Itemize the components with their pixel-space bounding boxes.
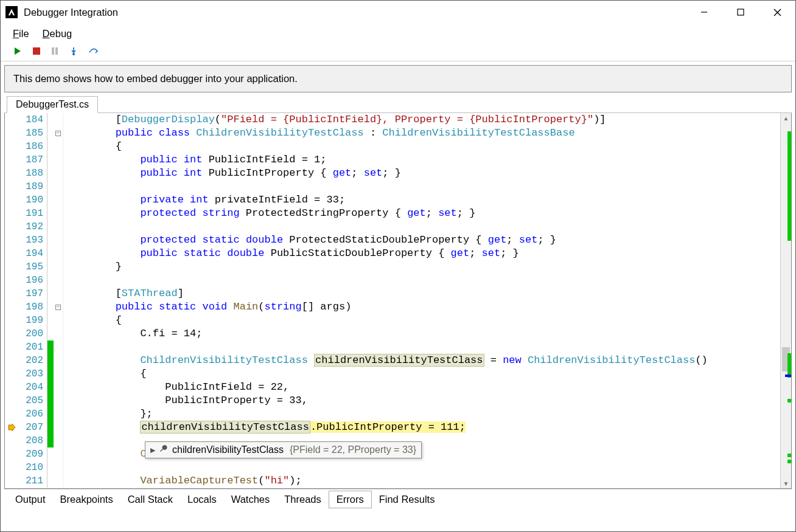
debug-tooltip[interactable]: ▶ childrenVisibilityTestClass {PField = …: [145, 441, 422, 458]
code-content[interactable]: protected static double ProtectedStaticD…: [63, 233, 780, 247]
code-content[interactable]: private int privateIntField = 33;: [63, 193, 780, 207]
fold-gutter[interactable]: [54, 113, 63, 126]
fold-gutter[interactable]: [54, 407, 63, 421]
breakpoint-gutter[interactable]: [5, 180, 18, 193]
code-content[interactable]: public class ChildrenVisibilityTestClass…: [63, 126, 780, 140]
expand-icon[interactable]: ▶: [150, 443, 155, 457]
code-line[interactable]: 193 protected static double ProtectedSta…: [5, 233, 780, 247]
fold-gutter[interactable]: [54, 153, 63, 167]
code-content[interactable]: [DebuggerDisplay("PField = {PublicIntFie…: [63, 113, 780, 126]
code-line[interactable]: 207 childrenVisibilityTestClass.PublicIn…: [5, 421, 780, 434]
minimize-button[interactable]: [686, 1, 722, 24]
breakpoint-gutter[interactable]: [5, 167, 18, 180]
breakpoint-gutter[interactable]: [5, 381, 18, 394]
run-button[interactable]: [13, 46, 23, 58]
breakpoint-gutter[interactable]: [5, 140, 18, 153]
breakpoint-gutter[interactable]: [5, 461, 18, 474]
bottom-tab-output[interactable]: Output: [8, 491, 53, 508]
breakpoint-gutter[interactable]: [5, 354, 18, 367]
code-line[interactable]: 202 ChildrenVisibilityTestClass children…: [5, 354, 780, 367]
fold-gutter[interactable]: [54, 247, 63, 260]
step-over-button[interactable]: [88, 46, 99, 58]
breakpoint-gutter[interactable]: [5, 193, 18, 207]
bottom-tab-threads[interactable]: Threads: [277, 491, 329, 508]
code-line[interactable]: 184 [DebuggerDisplay("PField = {PublicIn…: [5, 113, 780, 126]
breakpoint-gutter[interactable]: [5, 340, 18, 354]
fold-gutter[interactable]: [54, 354, 63, 367]
fold-gutter[interactable]: [54, 447, 63, 461]
fold-gutter[interactable]: [54, 314, 63, 327]
fold-gutter[interactable]: −: [54, 126, 63, 140]
fold-gutter[interactable]: [54, 394, 63, 407]
code-content[interactable]: VariableCaptureTest("hi");: [63, 474, 780, 488]
code-line[interactable]: 198− public static void Main(string[] ar…: [5, 300, 780, 314]
fold-gutter[interactable]: [54, 260, 63, 274]
breakpoint-gutter[interactable]: [5, 126, 18, 140]
code-line[interactable]: 185− public class ChildrenVisibilityTest…: [5, 126, 780, 140]
code-content[interactable]: {: [63, 140, 780, 153]
stop-button[interactable]: [32, 47, 41, 57]
code-content[interactable]: C.fi = 14;: [63, 327, 780, 340]
fold-gutter[interactable]: [54, 140, 63, 153]
fold-gutter[interactable]: [54, 220, 63, 233]
pause-button[interactable]: [51, 47, 59, 57]
breakpoint-gutter[interactable]: [5, 220, 18, 233]
step-into-button[interactable]: [69, 46, 79, 58]
code-content[interactable]: [63, 180, 780, 193]
breakpoint-gutter[interactable]: [5, 113, 18, 126]
code-line[interactable]: 211 VariableCaptureTest("hi");: [5, 474, 780, 488]
fold-gutter[interactable]: [54, 340, 63, 354]
code-content[interactable]: [63, 274, 780, 287]
breakpoint-gutter[interactable]: [5, 327, 18, 340]
fold-gutter[interactable]: [54, 461, 63, 474]
code-line[interactable]: 206 };: [5, 407, 780, 421]
breakpoint-gutter[interactable]: [5, 247, 18, 260]
code-content[interactable]: }: [63, 260, 780, 274]
fold-gutter[interactable]: [54, 193, 63, 207]
code-line[interactable]: 190 private int privateIntField = 33;: [5, 193, 780, 207]
fold-gutter[interactable]: [54, 287, 63, 300]
menu-file[interactable]: File: [13, 28, 29, 40]
scroll-down-icon[interactable]: ▼: [781, 478, 791, 488]
editor-body[interactable]: 184 [DebuggerDisplay("PField = {PublicIn…: [5, 113, 780, 488]
code-content[interactable]: PublicIntField = 22,: [63, 381, 780, 394]
code-line[interactable]: 189: [5, 180, 780, 193]
code-content[interactable]: public int PublicIntProperty { get; set;…: [63, 167, 780, 180]
breakpoint-gutter[interactable]: [5, 260, 18, 274]
code-line[interactable]: 199 {: [5, 314, 780, 327]
code-line[interactable]: 204 PublicIntField = 22,: [5, 381, 780, 394]
breakpoint-gutter[interactable]: [5, 233, 18, 247]
code-content[interactable]: PublicIntProperty = 33,: [63, 394, 780, 407]
code-line[interactable]: 194 public static double PublicStaticDou…: [5, 247, 780, 260]
breakpoint-gutter[interactable]: [5, 474, 18, 488]
code-line[interactable]: 201: [5, 340, 780, 354]
code-line[interactable]: 205 PublicIntProperty = 33,: [5, 394, 780, 407]
breakpoint-gutter[interactable]: [5, 421, 18, 434]
code-line[interactable]: 192: [5, 220, 780, 233]
bottom-tab-call-stack[interactable]: Call Stack: [120, 491, 180, 508]
fold-gutter[interactable]: [54, 207, 63, 220]
fold-gutter[interactable]: [54, 167, 63, 180]
code-content[interactable]: [63, 461, 780, 474]
code-line[interactable]: 210: [5, 461, 780, 474]
fold-gutter[interactable]: −: [54, 300, 63, 314]
bottom-tab-watches[interactable]: Watches: [224, 491, 278, 508]
breakpoint-gutter[interactable]: [5, 153, 18, 167]
breakpoint-gutter[interactable]: [5, 300, 18, 314]
code-content[interactable]: public int PublicIntField = 1;: [63, 153, 780, 167]
fold-gutter[interactable]: [54, 327, 63, 340]
breakpoint-gutter[interactable]: [5, 207, 18, 220]
bottom-tab-find-results[interactable]: Find Results: [372, 491, 442, 508]
code-content[interactable]: protected string ProtectedStringProperty…: [63, 207, 780, 220]
code-line[interactable]: 197 [STAThread]: [5, 287, 780, 300]
fold-gutter[interactable]: [54, 474, 63, 488]
breakpoint-gutter[interactable]: [5, 274, 18, 287]
vertical-scrollbar[interactable]: ▲ ▼: [780, 113, 791, 488]
code-content[interactable]: ChildrenVisibilityTestClass childrenVisi…: [63, 354, 780, 367]
fold-gutter[interactable]: [54, 180, 63, 193]
breakpoint-gutter[interactable]: [5, 447, 18, 461]
code-content[interactable]: [STAThread]: [63, 287, 780, 300]
breakpoint-gutter[interactable]: [5, 314, 18, 327]
menu-debug[interactable]: Debug: [43, 28, 72, 40]
code-line[interactable]: 186 {: [5, 140, 780, 153]
